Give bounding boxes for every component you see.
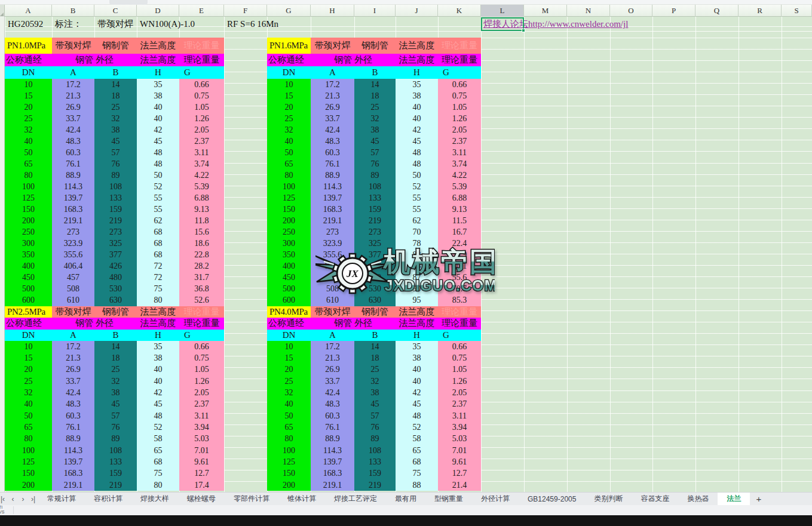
table-cell[interactable]: 法兰高度 — [137, 38, 179, 54]
table-cell[interactable]: 58 — [396, 433, 438, 445]
table-cell[interactable]: 2.05 — [438, 124, 481, 136]
table-cell[interactable]: 133 — [94, 456, 137, 467]
table-cell[interactable]: 公称通经 — [267, 318, 311, 330]
table-cell[interactable]: 48 — [396, 147, 438, 158]
table-cell[interactable]: 10 — [5, 341, 52, 352]
table-cell[interactable]: 50 — [5, 410, 52, 422]
table-cell[interactable]: 88.9 — [52, 170, 94, 181]
column-header-k[interactable]: K — [438, 5, 481, 17]
table-cell[interactable]: 理论重量 — [179, 318, 224, 330]
table-cell[interactable]: 26.9 — [52, 364, 94, 376]
table-cell[interactable]: 17.4 — [179, 479, 224, 491]
table-cell[interactable]: 26.9 — [311, 364, 354, 376]
column-key-b[interactable]: B — [94, 330, 137, 342]
column-key-dn[interactable]: DN — [267, 66, 311, 79]
column-key-dn[interactable]: DN — [267, 330, 311, 342]
table-cell[interactable]: 14 — [94, 341, 137, 352]
table-cell[interactable]: 457 — [52, 272, 94, 284]
column-header-m[interactable]: M — [524, 5, 567, 17]
table-cell[interactable]: 48 — [396, 158, 438, 170]
table-cell[interactable]: 20 — [5, 364, 52, 376]
table-cell[interactable]: 18 — [354, 90, 396, 101]
table-cell[interactable]: 89 — [94, 170, 137, 181]
table-cell[interactable]: 65 — [5, 422, 52, 433]
table-cell[interactable]: 38 — [94, 387, 137, 398]
table-cell[interactable]: 62 — [396, 216, 438, 227]
table-cell[interactable]: 300 — [5, 238, 52, 250]
table-cell[interactable]: 法兰高度 — [396, 54, 438, 66]
table-cell[interactable]: 36.8 — [179, 284, 224, 295]
sheet-tab-[interactable]: 常规计算 — [38, 493, 85, 505]
table-cell[interactable]: 钢制管 — [94, 38, 137, 54]
table-cell[interactable]: 52.6 — [179, 295, 224, 306]
table-cell[interactable]: 0.66 — [438, 79, 481, 90]
table-cell[interactable]: 18 — [354, 352, 396, 364]
table-cell[interactable]: 150 — [267, 468, 311, 479]
table-cell[interactable]: 9.61 — [438, 456, 481, 467]
column-key-a[interactable]: A — [52, 330, 94, 342]
sheet-tab-[interactable]: 换热器 — [678, 493, 718, 505]
table-cell[interactable]: 14 — [354, 341, 396, 352]
table-cell[interactable]: 48.3 — [311, 399, 354, 410]
table-cell[interactable]: 5.03 — [438, 433, 481, 445]
table-cell[interactable]: 32 — [354, 113, 396, 124]
table-cell[interactable]: 55 — [396, 204, 438, 216]
table-cell[interactable]: 42.4 — [311, 124, 354, 136]
table-cell[interactable]: 31.7 — [179, 272, 224, 284]
table-cell[interactable]: 219.1 — [311, 479, 354, 491]
table-cell[interactable]: 76 — [94, 422, 137, 433]
table-cell[interactable]: 80 — [5, 433, 52, 445]
table-cell[interactable]: 325 — [94, 238, 137, 250]
table-cell[interactable]: 42.4 — [311, 387, 354, 398]
table-cell[interactable]: 133 — [354, 456, 396, 467]
table-cell[interactable]: 法兰高度 — [396, 38, 438, 54]
table-cell[interactable]: 80 — [267, 170, 311, 181]
column-header-a[interactable]: A — [5, 5, 52, 17]
sheet-tab-[interactable]: 最有用 — [386, 493, 425, 505]
table-cell[interactable]: 76.1 — [311, 422, 354, 433]
table-cell[interactable]: 50 — [267, 410, 311, 422]
table-cell[interactable]: 273 — [52, 227, 94, 238]
table-cell[interactable]: 610 — [52, 295, 94, 306]
fill-handle[interactable] — [522, 29, 525, 32]
table-cell[interactable]: 60.3 — [311, 410, 354, 422]
pressure-label[interactable]: PN4.0MPa — [267, 306, 311, 318]
table-cell[interactable]: 法兰高度 — [137, 318, 179, 330]
sheet-tab-[interactable]: 锥体计算 — [278, 493, 325, 505]
column-key-a[interactable]: A — [311, 66, 354, 79]
column-header-p[interactable]: P — [652, 5, 695, 17]
table-cell[interactable]: 25 — [267, 113, 311, 124]
table-cell[interactable]: 50 — [267, 147, 311, 158]
table-cell[interactable]: 40 — [396, 364, 438, 376]
table-cell[interactable]: 25 — [5, 376, 52, 387]
table-cell[interactable]: 2.05 — [438, 387, 481, 398]
table-cell[interactable]: 32 — [94, 113, 137, 124]
table-cell[interactable]: 2.37 — [179, 136, 224, 147]
pressure-label[interactable]: PN1.6MPa — [267, 38, 311, 54]
table-cell[interactable]: 6.88 — [438, 192, 481, 204]
column-header-n[interactable]: N — [567, 5, 610, 17]
column-key-h[interactable]: H — [137, 66, 179, 79]
table-cell[interactable]: 88.9 — [311, 433, 354, 445]
column-header-o[interactable]: O — [610, 5, 652, 17]
table-cell[interactable]: 200 — [267, 216, 311, 227]
table-cell[interactable]: 18 — [94, 352, 137, 364]
table-cell[interactable]: 52 — [137, 181, 179, 192]
table-cell[interactable]: 60.3 — [52, 147, 94, 158]
table-cell[interactable]: 250 — [267, 227, 311, 238]
table-cell[interactable]: 32 — [5, 124, 52, 136]
table-cell[interactable]: 406.4 — [52, 261, 94, 272]
table-cell[interactable]: 35 — [396, 79, 438, 90]
table-cell[interactable]: 323.9 — [52, 238, 94, 250]
table-cell[interactable]: 200 — [5, 479, 52, 491]
table-cell[interactable]: 630 — [94, 295, 137, 306]
column-header-r[interactable]: R — [739, 5, 782, 17]
table-cell[interactable]: 带颈对焊 — [311, 38, 354, 54]
table-cell[interactable]: 钢管 外径 — [311, 54, 396, 66]
cell-a1-standard-code[interactable]: HG20592 — [6, 17, 51, 31]
table-cell[interactable]: 9.13 — [438, 204, 481, 216]
table-cell[interactable]: 33.7 — [311, 376, 354, 387]
table-cell[interactable]: 139.7 — [52, 456, 94, 467]
table-cell[interactable]: 21.3 — [311, 352, 354, 364]
table-cell[interactable]: 350 — [267, 250, 311, 261]
